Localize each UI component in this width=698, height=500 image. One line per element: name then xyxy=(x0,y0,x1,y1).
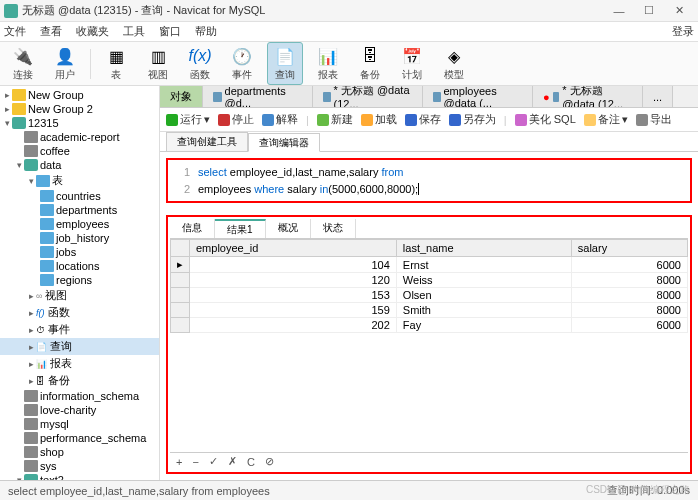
table-row[interactable]: 159Smith8000 xyxy=(171,303,688,318)
tree-tables[interactable]: ▾表 xyxy=(0,172,159,189)
tree-db[interactable]: coffee xyxy=(0,144,159,158)
note-button[interactable]: 备注 ▾ xyxy=(584,112,628,127)
rtab-profile[interactable]: 概况 xyxy=(266,219,311,238)
tree-table[interactable]: job_history xyxy=(0,231,159,245)
menu-file[interactable]: 文件 xyxy=(4,24,26,39)
cursor xyxy=(418,183,419,195)
tree-db[interactable]: sys xyxy=(0,459,159,473)
tree-group[interactable]: ▸New Group xyxy=(0,88,159,102)
rtab-result[interactable]: 结果1 xyxy=(215,219,266,238)
save-button[interactable]: 保存 xyxy=(405,112,441,127)
tree-functions[interactable]: ▸f() 函数 xyxy=(0,304,159,321)
rtab-info[interactable]: 信息 xyxy=(170,219,215,238)
tree-table[interactable]: countries xyxy=(0,189,159,203)
tab-query[interactable]: employees @data (... xyxy=(423,86,533,107)
menu-help[interactable]: 帮助 xyxy=(195,24,217,39)
tab-query[interactable]: ●* 无标题 @data (12... xyxy=(533,86,643,107)
tree-db[interactable]: mysql xyxy=(0,417,159,431)
stop-icon xyxy=(218,114,230,126)
connect-button[interactable]: 🔌连接 xyxy=(6,43,40,84)
rtab-state[interactable]: 状态 xyxy=(311,219,356,238)
tree-db[interactable]: academic-report xyxy=(0,130,159,144)
delete-row-button[interactable]: − xyxy=(192,456,198,468)
table-row[interactable]: ▸104Ernst6000 xyxy=(171,257,688,273)
tree-views[interactable]: ▸∞ 视图 xyxy=(0,287,159,304)
add-row-button[interactable]: + xyxy=(176,456,182,468)
load-button[interactable]: 加载 xyxy=(361,112,397,127)
tree-db[interactable]: ▾text2 xyxy=(0,473,159,480)
tab-objects[interactable]: 对象 xyxy=(160,86,203,107)
plan-button[interactable]: 📅计划 xyxy=(395,43,429,84)
table-icon: ▦ xyxy=(105,45,127,67)
login-link[interactable]: 登录 xyxy=(672,24,694,39)
table-row[interactable]: 120Weiss8000 xyxy=(171,273,688,288)
tab-icon xyxy=(553,92,560,102)
menu-window[interactable]: 窗口 xyxy=(159,24,181,39)
tab-query[interactable]: departments @d... xyxy=(203,86,313,107)
tree-reports[interactable]: ▸📊 报表 xyxy=(0,355,159,372)
beautify-button[interactable]: 美化 SQL xyxy=(515,112,576,127)
tree-table[interactable]: jobs xyxy=(0,245,159,259)
function-button[interactable]: f(x)函数 xyxy=(183,43,217,84)
tree-queries[interactable]: ▸📄 查询 xyxy=(0,338,159,355)
tree-db[interactable]: shop xyxy=(0,445,159,459)
col-header[interactable]: salary xyxy=(571,240,687,257)
view-button[interactable]: ▥视图 xyxy=(141,43,175,84)
run-button[interactable]: 运行 ▾ xyxy=(166,112,210,127)
results-table[interactable]: employee_id last_name salary ▸104Ernst60… xyxy=(170,239,688,333)
subtab-builder[interactable]: 查询创建工具 xyxy=(166,132,248,151)
db-icon xyxy=(24,418,38,430)
tree-events[interactable]: ▸⏱ 事件 xyxy=(0,321,159,338)
menu-favorites[interactable]: 收藏夹 xyxy=(76,24,109,39)
stop-button[interactable]: 停止 xyxy=(218,112,254,127)
export-button[interactable]: 导出 xyxy=(636,112,672,127)
tree-db[interactable]: love-charity xyxy=(0,403,159,417)
col-header[interactable]: last_name xyxy=(396,240,571,257)
new-button[interactable]: 新建 xyxy=(317,112,353,127)
event-button[interactable]: 🕐事件 xyxy=(225,43,259,84)
user-button[interactable]: 👤用户 xyxy=(48,43,82,84)
explain-button[interactable]: 解释 xyxy=(262,112,298,127)
db-icon xyxy=(24,390,38,402)
tree-connection[interactable]: ▾12315 xyxy=(0,116,159,130)
report-button[interactable]: 📊报表 xyxy=(311,43,345,84)
backup-button[interactable]: 🗄备份 xyxy=(353,43,387,84)
table-icon xyxy=(40,246,54,258)
wand-icon xyxy=(515,114,527,126)
tab-more[interactable]: ... xyxy=(643,86,673,107)
commit-button[interactable]: ✓ xyxy=(209,455,218,468)
tree-backups[interactable]: ▸🗄 备份 xyxy=(0,372,159,389)
query-button[interactable]: 📄查询 xyxy=(267,42,303,85)
stop-refresh-button[interactable]: ⊘ xyxy=(265,455,274,468)
saveas-button[interactable]: 另存为 xyxy=(449,112,496,127)
table-button[interactable]: ▦表 xyxy=(99,43,133,84)
tree-group[interactable]: ▸New Group 2 xyxy=(0,102,159,116)
sql-editor[interactable]: 1select employee_id,last_name,salary fro… xyxy=(166,158,692,203)
clock-icon: 🕐 xyxy=(231,45,253,67)
tree-table[interactable]: locations xyxy=(0,259,159,273)
menu-tools[interactable]: 工具 xyxy=(123,24,145,39)
tree-db[interactable]: performance_schema xyxy=(0,431,159,445)
table-row[interactable]: 202Fay6000 xyxy=(171,318,688,333)
close-button[interactable]: ✕ xyxy=(664,4,694,17)
tab-icon xyxy=(433,92,441,102)
tree-db-data[interactable]: ▾data xyxy=(0,158,159,172)
tree-db[interactable]: information_schema xyxy=(0,389,159,403)
load-icon xyxy=(361,114,373,126)
subtab-editor[interactable]: 查询编辑器 xyxy=(248,133,320,152)
report-icon: 📊 xyxy=(317,45,339,67)
backup-icon: 🗄 xyxy=(359,45,381,67)
connection-tree[interactable]: ▸New Group ▸New Group 2 ▾12315 academic-… xyxy=(0,86,160,480)
tree-table[interactable]: regions xyxy=(0,273,159,287)
refresh-button[interactable]: C xyxy=(247,456,255,468)
table-row[interactable]: 153Olsen8000 xyxy=(171,288,688,303)
col-header[interactable]: employee_id xyxy=(190,240,397,257)
cancel-button[interactable]: ✗ xyxy=(228,455,237,468)
minimize-button[interactable]: — xyxy=(604,5,634,17)
model-button[interactable]: ◈模型 xyxy=(437,43,471,84)
menu-view[interactable]: 查看 xyxy=(40,24,62,39)
tab-query[interactable]: * 无标题 @data (12... xyxy=(313,86,423,107)
tree-table[interactable]: departments xyxy=(0,203,159,217)
maximize-button[interactable]: ☐ xyxy=(634,4,664,17)
tree-table[interactable]: employees xyxy=(0,217,159,231)
